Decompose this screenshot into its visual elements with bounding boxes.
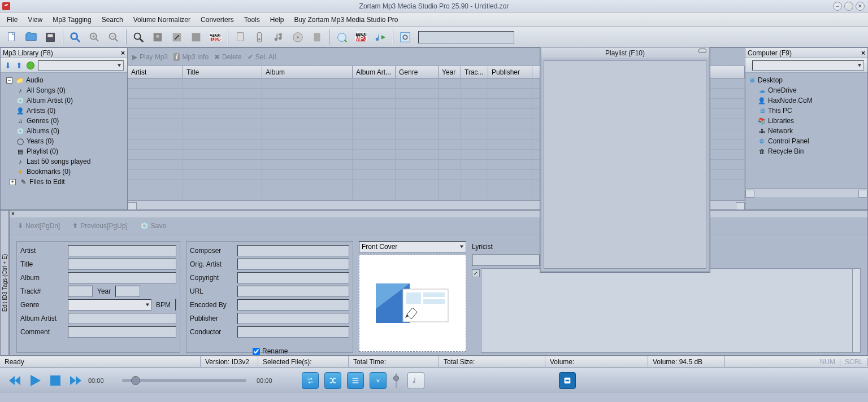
lyrics-textarea[interactable]: [481, 268, 861, 353]
device-button[interactable]: [309, 29, 326, 46]
input-comment[interactable]: [68, 326, 176, 338]
maximize-button[interactable]: ⬜: [844, 2, 853, 11]
menu-converters[interactable]: Converters: [201, 16, 234, 24]
input-encodedby[interactable]: [237, 299, 349, 311]
tree-genres[interactable]: ♫Genres (0): [1, 116, 127, 126]
menu-buy[interactable]: Buy Zortam Mp3 Media Studio Pro: [294, 16, 398, 24]
editor-save-button[interactable]: 💿Save: [140, 222, 166, 230]
delete-button[interactable]: ✖Delete: [214, 53, 242, 61]
computer-controlpanel[interactable]: ⚙Control Panel: [745, 136, 867, 146]
player-stop-button[interactable]: [47, 373, 63, 388]
playlist-body[interactable]: [544, 60, 706, 269]
computer-user[interactable]: 👤HaxNode.CoM: [745, 95, 867, 106]
editor-close-button[interactable]: ×: [10, 211, 16, 217]
player-playlist-button[interactable]: [347, 372, 364, 389]
youtube-button[interactable]: YouTube: [207, 29, 224, 46]
settings-button[interactable]: [397, 29, 414, 46]
music-note-button[interactable]: [270, 29, 287, 46]
menu-file[interactable]: File: [7, 16, 18, 24]
input-url[interactable]: [237, 286, 349, 297]
tree-album-artist[interactable]: 💿Album Artist (0): [1, 95, 127, 106]
expand-lyrics-button[interactable]: ⤢: [472, 269, 480, 277]
rename-checkbox[interactable]: [253, 348, 260, 355]
tree-bookmarks[interactable]: ★Bookmarks (0): [1, 167, 127, 177]
player-shuffle-button[interactable]: [324, 372, 341, 389]
col-albumart[interactable]: Album Art...: [353, 66, 396, 78]
tree-years[interactable]: ◯Years (0): [1, 136, 127, 146]
combo-genre[interactable]: [68, 299, 151, 311]
tree-playlist[interactable]: ▤Playlist (0): [1, 146, 127, 156]
expand-icon[interactable]: +: [10, 179, 16, 185]
col-album[interactable]: Album: [262, 66, 353, 78]
player-note-button[interactable]: [407, 372, 424, 389]
music-play-button[interactable]: [372, 29, 389, 46]
cover-drop-area[interactable]: [359, 255, 466, 352]
tree-albums[interactable]: 💿Albums (0): [1, 126, 127, 136]
player-prev-button[interactable]: [7, 373, 23, 388]
zoom-in-button[interactable]: [86, 29, 103, 46]
sort-up-icon[interactable]: ⬆: [15, 62, 23, 69]
input-album[interactable]: [68, 272, 176, 283]
player-play-button[interactable]: [27, 373, 43, 388]
editor-tab[interactable]: Edit ID3 Tags (Ctrl + E): [0, 210, 9, 356]
sort-down-icon[interactable]: ⬇: [4, 62, 12, 69]
tree-all-songs[interactable]: ♪All Songs (0): [1, 85, 127, 95]
col-artist[interactable]: Artist: [128, 66, 183, 78]
input-title[interactable]: [68, 259, 176, 270]
next-button[interactable]: ⬇Next[PgDn]: [18, 222, 60, 230]
edit-tags-button[interactable]: [168, 29, 185, 46]
computer-path-dropdown[interactable]: [752, 60, 864, 71]
col-publisher[interactable]: Publisher: [488, 66, 532, 78]
playlist-minimize-button[interactable]: [698, 49, 706, 53]
select-all-button[interactable]: ✔Sel. All: [248, 53, 276, 61]
tree-last50[interactable]: ♪Last 50 songs played: [1, 156, 127, 167]
menu-help[interactable]: Help: [270, 16, 284, 24]
cover-type-dropdown[interactable]: Front Cover: [359, 241, 466, 252]
computer-libraries[interactable]: 📚Libraries: [745, 116, 867, 126]
lyrics-vscrollbar[interactable]: [852, 269, 860, 352]
input-artist[interactable]: [68, 245, 176, 256]
open-folder-button[interactable]: [23, 29, 40, 46]
computer-recyclebin[interactable]: 🗑Recycle Bin: [745, 146, 867, 156]
library-close-button[interactable]: ×: [121, 49, 125, 57]
computer-thispc[interactable]: 🖥This PC: [745, 106, 867, 116]
new-file-button[interactable]: [3, 29, 20, 46]
input-albumartist[interactable]: [68, 313, 176, 324]
menu-view[interactable]: View: [28, 16, 42, 24]
col-genre[interactable]: Genre: [396, 66, 439, 78]
close-button[interactable]: ✕: [856, 2, 865, 11]
computer-close-button[interactable]: ×: [861, 49, 865, 57]
previous-button[interactable]: ⬆Previous[PgUp]: [72, 222, 127, 230]
computer-desktop[interactable]: 🖥Desktop: [745, 75, 867, 85]
auto-tag-button[interactable]: [130, 29, 147, 46]
player-seek-slider[interactable]: [122, 379, 246, 382]
computer-tree[interactable]: 🖥Desktop ☁OneDrive 👤HaxNode.CoM 🖥This PC…: [745, 73, 867, 188]
input-lyricist[interactable]: [472, 255, 540, 266]
player-volume-slider[interactable]: [396, 373, 397, 388]
save-button[interactable]: [42, 29, 59, 46]
cover-art-button[interactable]: [149, 29, 166, 46]
player-external-button[interactable]: [559, 372, 576, 389]
player-repeat-button[interactable]: [302, 372, 319, 389]
player-video-button[interactable]: V: [370, 372, 387, 389]
youtube-mp3-button[interactable]: YouMP3: [353, 29, 370, 46]
search-library-button[interactable]: [67, 29, 84, 46]
menu-search[interactable]: Search: [102, 16, 123, 24]
input-bpm[interactable]: [175, 299, 176, 311]
refresh-icon[interactable]: [27, 62, 34, 69]
mp3-info-button[interactable]: iMp3 Info: [173, 53, 209, 61]
computer-onedrive[interactable]: ☁OneDrive: [745, 85, 867, 95]
playlist-panel[interactable]: Playlist (F10): [540, 47, 710, 272]
collapse-icon[interactable]: −: [6, 77, 12, 84]
menu-volume-normalizer[interactable]: Volume Normalizer: [133, 16, 190, 24]
add-file-button[interactable]: [232, 29, 249, 46]
col-title[interactable]: Title: [183, 66, 262, 78]
input-copyright[interactable]: [237, 272, 349, 283]
zoom-out-button[interactable]: [105, 29, 122, 46]
player-next-button[interactable]: [68, 373, 84, 388]
library-tree[interactable]: − 📁 Audio ♪All Songs (0) 💿Album Artist (…: [1, 73, 127, 199]
computer-hscrollbar[interactable]: [745, 188, 867, 197]
menu-tools[interactable]: Tools: [244, 16, 260, 24]
minimize-button[interactable]: –: [833, 2, 842, 11]
input-year[interactable]: [115, 286, 140, 297]
